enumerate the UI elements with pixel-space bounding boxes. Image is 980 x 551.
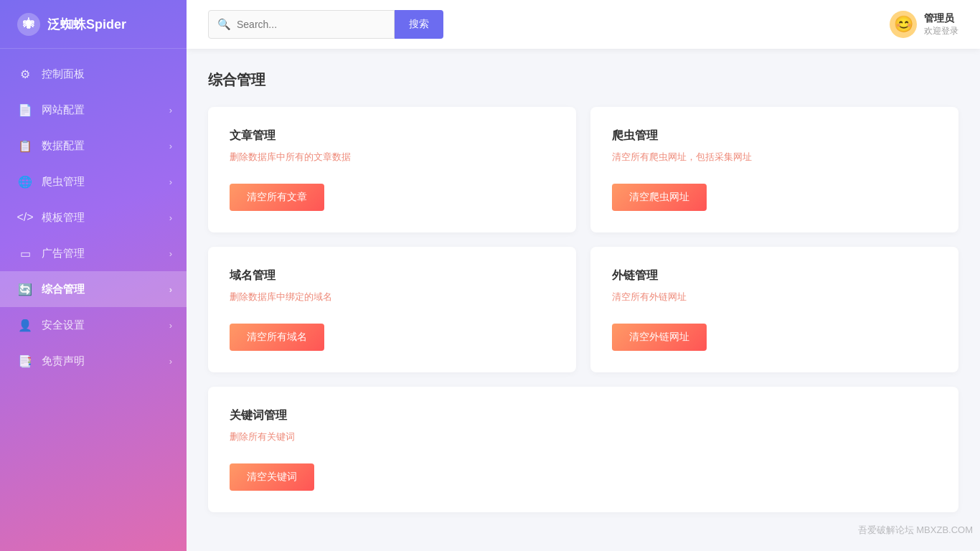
card-action-button-article-manage[interactable]: 清空所有文章: [230, 184, 324, 211]
cards-grid: 文章管理删除数据库中所有的文章数据清空所有文章爬虫管理清空所有爬虫网址，包括采集…: [208, 107, 958, 512]
sidebar-item-data-config[interactable]: 📋数据配置›: [0, 128, 187, 164]
sidebar-item-label: 模板管理: [42, 211, 85, 225]
search-icon: 🔍: [217, 18, 231, 31]
chevron-right-icon: ›: [169, 141, 172, 151]
card-desc: 清空所有外链网址: [612, 291, 937, 303]
dashboard-icon: ⚙: [17, 66, 33, 82]
card-keyword-manage: 关键词管理删除所有关键词清空关键词: [208, 387, 958, 512]
card-outlink-manage: 外链管理清空所有外链网址清空外链网址: [590, 247, 958, 372]
main-area: 🔍 搜索 😊 管理员 欢迎登录 综合管理 文章管理删除数据库中所有的文章数据清空…: [187, 0, 980, 551]
sidebar-logo: 🕷 泛蜘蛛Spider: [0, 0, 187, 49]
card-title: 文章管理: [230, 128, 555, 143]
page-title: 综合管理: [208, 70, 958, 90]
card-title: 域名管理: [230, 268, 555, 283]
sidebar-item-disclaimer[interactable]: 📑免责声明›: [0, 343, 187, 379]
header: 🔍 搜索 😊 管理员 欢迎登录: [187, 0, 980, 49]
sidebar-item-spider-manage[interactable]: 🌐爬虫管理›: [0, 164, 187, 199]
chevron-right-icon: ›: [169, 320, 172, 331]
header-user: 😊 管理员 欢迎登录: [890, 11, 958, 38]
chevron-right-icon: ›: [169, 176, 172, 187]
sidebar-item-label: 安全设置: [42, 319, 85, 332]
avatar: 😊: [890, 11, 917, 38]
logo-icon: 🕷: [17, 13, 40, 36]
card-domain-manage: 域名管理删除数据库中绑定的域名清空所有域名: [208, 247, 576, 372]
search-wrap: 🔍 搜索: [208, 10, 890, 39]
sidebar-item-ad-manage[interactable]: ▭广告管理›: [0, 235, 187, 271]
card-action-button-spider-manage[interactable]: 清空爬虫网址: [612, 184, 707, 211]
sidebar-item-label: 控制面板: [42, 67, 85, 81]
search-input[interactable]: [237, 19, 366, 30]
sidebar-item-label: 免责声明: [42, 354, 85, 368]
content-area: 综合管理 文章管理删除数据库中所有的文章数据清空所有文章爬虫管理清空所有爬虫网址…: [187, 49, 980, 551]
sidebar-item-general-manage[interactable]: 🔄综合管理›: [0, 271, 187, 307]
card-action-button-outlink-manage[interactable]: 清空外链网址: [612, 324, 707, 351]
card-title: 爬虫管理: [612, 128, 937, 143]
sidebar-item-template-manage[interactable]: </>模板管理›: [0, 199, 187, 235]
sidebar-item-label: 爬虫管理: [42, 175, 85, 189]
logo-text: 泛蜘蛛Spider: [47, 16, 126, 33]
card-title: 外链管理: [612, 268, 937, 283]
chevron-right-icon: ›: [169, 284, 172, 295]
sidebar-item-label: 广告管理: [42, 247, 85, 260]
card-desc: 删除所有关键词: [230, 430, 937, 443]
chevron-right-icon: ›: [169, 248, 172, 259]
template-manage-icon: </>: [17, 209, 33, 225]
card-spider-manage: 爬虫管理清空所有爬虫网址，包括采集网址清空爬虫网址: [590, 107, 958, 232]
sidebar-navigation: ⚙控制面板📄网站配置›📋数据配置›🌐爬虫管理›</>模板管理›▭广告管理›🔄综合…: [0, 49, 187, 551]
card-title: 关键词管理: [230, 408, 937, 423]
sidebar-item-site-config[interactable]: 📄网站配置›: [0, 92, 187, 128]
card-desc: 清空所有爬虫网址，包括采集网址: [612, 151, 937, 164]
user-name: 管理员: [924, 12, 954, 25]
search-box: 🔍: [208, 10, 395, 39]
sidebar-item-label: 综合管理: [42, 283, 85, 296]
user-sub: 欢迎登录: [924, 25, 958, 37]
site-config-icon: 📄: [17, 102, 33, 118]
chevron-right-icon: ›: [169, 105, 172, 116]
user-info: 管理员 欢迎登录: [924, 12, 958, 37]
sidebar-item-label: 网站配置: [42, 103, 85, 117]
card-action-button-domain-manage[interactable]: 清空所有域名: [230, 324, 324, 351]
card-desc: 删除数据库中绑定的域名: [230, 291, 555, 303]
spider-manage-icon: 🌐: [17, 174, 33, 189]
sidebar-item-dashboard[interactable]: ⚙控制面板: [0, 56, 187, 92]
general-manage-icon: 🔄: [17, 281, 33, 297]
card-action-button-keyword-manage[interactable]: 清空关键词: [230, 463, 314, 491]
chevron-right-icon: ›: [169, 356, 172, 367]
disclaimer-icon: 📑: [17, 353, 33, 369]
card-desc: 删除数据库中所有的文章数据: [230, 151, 555, 164]
data-config-icon: 📋: [17, 138, 33, 154]
search-button[interactable]: 搜索: [395, 10, 443, 39]
sidebar-item-security[interactable]: 👤安全设置›: [0, 307, 187, 343]
ad-manage-icon: ▭: [17, 245, 33, 261]
chevron-right-icon: ›: [169, 212, 172, 223]
card-article-manage: 文章管理删除数据库中所有的文章数据清空所有文章: [208, 107, 576, 232]
sidebar-item-label: 数据配置: [42, 139, 85, 153]
security-icon: 👤: [17, 317, 33, 333]
sidebar: 🕷 泛蜘蛛Spider ⚙控制面板📄网站配置›📋数据配置›🌐爬虫管理›</>模板…: [0, 0, 187, 551]
